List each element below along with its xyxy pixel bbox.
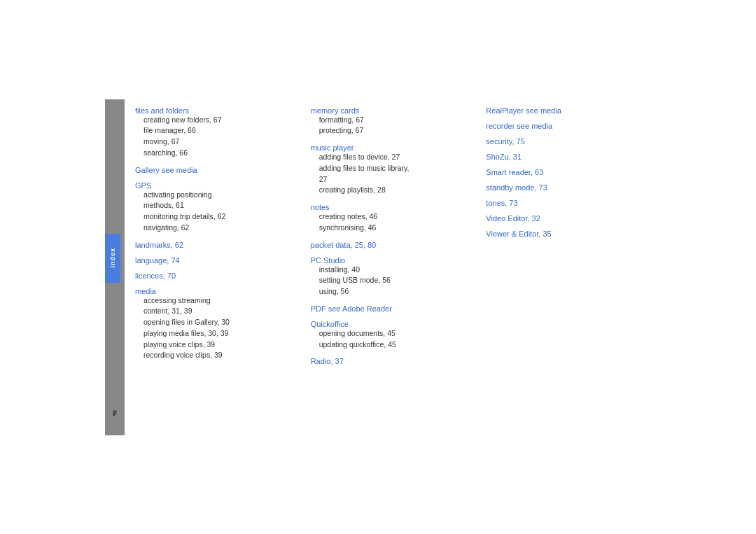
sub-item: methods, 61 (135, 200, 290, 211)
sub-item: protecting, 67 (311, 125, 465, 136)
sidebar: index • (105, 99, 125, 435)
sub-item: searching, 66 (135, 148, 290, 159)
content-area: files and folderscreating new folders, 6… (125, 99, 651, 435)
sidebar-dot: • (113, 410, 117, 414)
index-link-standby-mode[interactable]: standby mode, 73 (486, 183, 547, 192)
sub-item: opening files in Gallery, 30 (135, 317, 290, 328)
index-link-realplayer-see-media[interactable]: RealPlayer see media (486, 106, 561, 115)
index-link-files-and-folders[interactable]: files and folders (135, 106, 189, 115)
index-link-gallery-see-media[interactable]: Gallery see media (135, 166, 197, 174)
section-licences: licences, 70 (135, 272, 290, 280)
section-realplayer-see-media: RealPlayer see media (486, 106, 640, 115)
index-link-smart-reader[interactable]: Smart reader, 63 (486, 168, 543, 176)
sub-item: file manager, 66 (135, 125, 290, 136)
section-quickoffice: Quickofficeopening documents, 45updating… (311, 320, 465, 351)
sub-item: content, 31, 39 (135, 306, 290, 317)
index-link-licences[interactable]: licences, 70 (135, 272, 176, 280)
index-link-radio[interactable]: Radio, 37 (311, 357, 344, 365)
sub-item: 27 (311, 174, 465, 185)
sub-item: synchronising, 46 (311, 223, 465, 234)
section-language: language, 74 (135, 256, 290, 265)
section-radio: Radio, 37 (311, 357, 465, 365)
index-link-viewer-editor[interactable]: Viewer & Editor, 35 (486, 230, 551, 238)
index-link-music-player[interactable]: music player (311, 143, 354, 152)
index-column-col2: memory cardsformatting, 67protecting, 67… (311, 106, 465, 428)
sub-item: creating new folders, 67 (135, 115, 290, 126)
sub-item: adding files to device, 27 (311, 152, 465, 163)
sub-item: playing voice clips, 39 (135, 339, 290, 351)
index-link-tones[interactable]: tones, 73 (486, 199, 517, 207)
section-memory-cards: memory cardsformatting, 67protecting, 67 (311, 106, 465, 137)
section-smart-reader: Smart reader, 63 (486, 168, 640, 176)
section-gallery-see-media: Gallery see media (135, 166, 290, 174)
section-gps: GPSactivating positioningmethods, 61moni… (135, 181, 290, 234)
section-files-and-folders: files and folderscreating new folders, 6… (135, 106, 290, 159)
index-link-media[interactable]: media (135, 287, 156, 295)
sub-item: formatting, 67 (311, 115, 465, 126)
index-link-video-editor[interactable]: Video Editor, 32 (486, 214, 540, 223)
index-link-landmarks[interactable]: landmarks, 62 (135, 241, 183, 249)
section-security: security, 75 (486, 137, 640, 146)
sub-item: installing, 40 (311, 265, 465, 276)
section-pdf-see-adobe: PDF see Adobe Reader (311, 304, 465, 313)
index-link-gps[interactable]: GPS (135, 181, 151, 190)
index-link-notes[interactable]: notes (311, 203, 330, 211)
index-column-col1: files and folderscreating new folders, 6… (135, 106, 290, 428)
section-shozu: ShoZu, 31 (486, 153, 640, 161)
index-link-language[interactable]: language, 74 (135, 256, 180, 265)
sub-item: creating playlists, 28 (311, 185, 465, 196)
section-recorder-see-media: recorder see media (486, 122, 640, 130)
sidebar-tab: index (105, 234, 120, 283)
section-video-editor: Video Editor, 32 (486, 214, 640, 223)
index-link-quickoffice[interactable]: Quickoffice (311, 320, 349, 328)
section-tones: tones, 73 (486, 199, 640, 207)
sub-item: opening documents, 45 (311, 328, 465, 339)
section-music-player: music playeradding files to device, 27ad… (311, 143, 465, 196)
sub-item: activating positioning (135, 190, 290, 201)
sub-item: creating notes, 46 (311, 211, 465, 223)
section-pc-studio: PC Studioinstalling, 40setting USB mode,… (311, 256, 465, 297)
section-standby-mode: standby mode, 73 (486, 183, 640, 192)
sub-item: accessing streaming (135, 295, 290, 307)
section-landmarks: landmarks, 62 (135, 241, 290, 249)
index-link-security[interactable]: security, 75 (486, 137, 524, 146)
index-link-pdf-see-adobe[interactable]: PDF see Adobe Reader (311, 304, 392, 313)
sub-item: moving, 67 (135, 136, 290, 148)
sub-item: playing media files, 30, 39 (135, 328, 290, 339)
index-link-recorder-see-media[interactable]: recorder see media (486, 122, 552, 130)
sub-item: updating quickoffice, 45 (311, 339, 465, 351)
sub-item: using, 56 (311, 286, 465, 297)
index-link-pc-studio[interactable]: PC Studio (311, 256, 346, 265)
sub-item: setting USB mode, 56 (311, 275, 465, 286)
section-viewer-editor: Viewer & Editor, 35 (486, 230, 640, 238)
index-column-col3: RealPlayer see mediarecorder see mediase… (486, 106, 640, 428)
index-link-memory-cards[interactable]: memory cards (311, 106, 360, 115)
sub-item: navigating, 62 (135, 223, 290, 234)
sub-item: recording voice clips, 39 (135, 350, 290, 361)
sub-item: adding files to music library, (311, 163, 465, 174)
sub-item: monitoring trip details, 62 (135, 211, 290, 223)
section-packet-data: packet data, 25, 80 (311, 241, 465, 249)
sidebar-tab-label: index (109, 248, 116, 268)
section-media: mediaaccessing streamingcontent, 31, 39o… (135, 287, 290, 362)
section-notes: notescreating notes, 46synchronising, 46 (311, 203, 465, 234)
page-container: index • files and folderscreating new fo… (105, 99, 651, 435)
index-link-packet-data[interactable]: packet data, 25, 80 (311, 241, 377, 249)
index-link-shozu[interactable]: ShoZu, 31 (486, 153, 522, 161)
